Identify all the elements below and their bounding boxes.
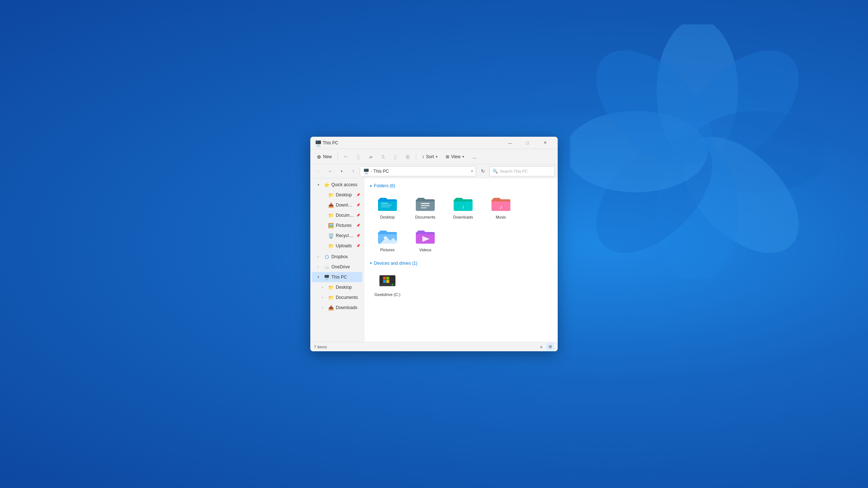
downloads-label: Downloads [336, 203, 354, 208]
new-label: New [323, 154, 332, 159]
downloads-folder-icon: ↓ [454, 195, 473, 212]
list-view-button[interactable]: ≡ [537, 343, 545, 351]
sidebar-item-downloads[interactable]: 📥 Downloads 📌 [312, 200, 362, 210]
up-button[interactable]: ↑ [348, 166, 358, 176]
desktop-folder-label: Desktop [380, 215, 395, 220]
sidebar-item-this-pc-desktop[interactable]: › 📁 Desktop [312, 282, 362, 292]
view-button[interactable]: ⊞ View ▾ [442, 151, 468, 163]
search-icon: 🔍 [493, 169, 498, 174]
chevron-down-icon: ▾ [318, 183, 322, 187]
more-label: ... [472, 154, 477, 160]
svg-text:♪: ♪ [499, 204, 502, 210]
window-icon: 🖥️ [315, 140, 320, 146]
documents-folder-icon: 📁 [328, 212, 334, 218]
folders-grid: Desktop Documents [370, 192, 552, 255]
sidebar-item-this-pc-downloads[interactable]: › 📥 Downloads [312, 303, 362, 313]
sort-button[interactable]: ↕ Sort ▾ [418, 151, 441, 163]
new-button[interactable]: ⊕ New [313, 151, 335, 163]
quick-access-label: Quick access [331, 182, 360, 187]
downloads-folder-label: Downloads [453, 215, 473, 220]
pin-icon: 📌 [356, 244, 360, 248]
pin-icon: 📌 [356, 203, 360, 207]
close-button[interactable]: ✕ [537, 137, 553, 148]
view-controls: ≡ ⊞ [537, 343, 554, 351]
chevron-right-icon: › [318, 265, 322, 269]
drive-c-icon [378, 272, 397, 290]
sidebar-item-quick-access[interactable]: ▾ ⭐ Quick access [312, 180, 362, 190]
music-folder-icon: ♪ [491, 195, 510, 212]
view-icon: ⊞ [446, 154, 449, 159]
svg-rect-13 [421, 207, 427, 208]
content-area: ▾ Folders (6) Desktop [364, 178, 558, 342]
folder-item-downloads[interactable]: ↓ Downloads [446, 192, 481, 222]
grid-view-button[interactable]: ⊞ [546, 343, 554, 351]
svg-rect-8 [381, 203, 388, 204]
delete-button[interactable]: 🗑 [402, 151, 414, 163]
folders-section-header[interactable]: ▾ Folders (6) [370, 183, 552, 188]
drives-grid: Geekdrive (C:) [370, 269, 552, 299]
drive-c-label: Geekdrive (C:) [374, 292, 401, 297]
forward-button[interactable]: → [325, 166, 335, 176]
view-label: View [451, 154, 461, 159]
paste-button[interactable]: ▰ [365, 151, 377, 163]
items-count: 7 items [314, 345, 327, 349]
statusbar: 7 items ≡ ⊞ [310, 342, 558, 351]
devices-section-header[interactable]: ▾ Devices and drives (1) [370, 261, 552, 266]
videos-folder-label: Videos [419, 247, 431, 252]
chevron-right-icon: › [322, 296, 326, 299]
drive-item-c[interactable]: Geekdrive (C:) [370, 269, 405, 299]
sidebar-item-dropbox[interactable]: › ⬡ Dropbox [312, 252, 362, 262]
svg-rect-10 [381, 207, 390, 207]
folder-item-pictures[interactable]: Pictures [370, 225, 405, 255]
onedrive-icon: ☁️ [324, 264, 330, 270]
cut-button[interactable]: ✂ [340, 151, 352, 163]
folder-item-desktop[interactable]: Desktop [370, 192, 405, 222]
more-button[interactable]: ... [469, 151, 480, 163]
copy-button[interactable]: ▯ [353, 151, 364, 163]
chevron-right-icon: › [322, 285, 326, 289]
downloads-folder-icon: 📥 [328, 202, 334, 208]
folders-section-label: Folders (6) [374, 183, 395, 188]
star-icon: ⭐ [324, 182, 330, 188]
sidebar-item-recycle-bin[interactable]: 🗑️ Recycle Bin 📌 [312, 231, 362, 241]
sidebar-item-this-pc-documents[interactable]: › 📁 Documents [312, 292, 362, 303]
refresh-button[interactable]: ↻ [478, 166, 488, 176]
pin-icon: 📌 [356, 213, 360, 217]
svg-text:↓: ↓ [462, 203, 465, 209]
sidebar: ▾ ⭐ Quick access 📁 Desktop 📌 📥 Downloads… [310, 178, 364, 342]
pictures-label: Pictures [336, 223, 354, 228]
documents-icon: 📁 [328, 295, 334, 300]
share-button[interactable]: ⇅ [377, 151, 389, 163]
pictures-folder-icon [378, 228, 397, 245]
folder-item-music[interactable]: ♪ Music [483, 192, 518, 222]
folder-item-documents[interactable]: Documents [408, 192, 443, 222]
folder-item-videos[interactable]: Videos [408, 225, 443, 255]
sidebar-item-this-pc[interactable]: ▾ 🖥️ This PC [312, 272, 362, 282]
maximize-button[interactable]: □ [519, 137, 536, 148]
path-label: This PC [373, 169, 389, 174]
view-chevron-icon: ▾ [462, 155, 464, 159]
sidebar-item-uploads[interactable]: 📁 Uploads 📌 [312, 241, 362, 251]
chevron-right-icon: › [322, 306, 326, 309]
svg-rect-23 [386, 277, 389, 280]
music-folder-label: Music [496, 215, 506, 220]
sidebar-item-desktop[interactable]: 📁 Desktop 📌 [312, 190, 362, 200]
search-box[interactable]: 🔍 Search This PC [489, 166, 555, 176]
sidebar-item-documents[interactable]: 📁 Documents 📌 [312, 210, 362, 220]
chevron-down-icon: ▾ [318, 275, 322, 279]
minimize-button[interactable]: — [502, 137, 518, 148]
chevron-right-icon: › [318, 255, 322, 259]
svg-rect-9 [381, 205, 392, 205]
plus-icon: ⊕ [317, 154, 321, 160]
address-path[interactable]: 🖥️ › This PC ▾ [360, 166, 476, 176]
desktop-label: Desktop [336, 192, 354, 197]
desktop-icon: 📁 [328, 284, 334, 290]
sidebar-item-pictures[interactable]: 🖼️ Pictures 📌 [312, 220, 362, 231]
toolbar-separator [338, 153, 338, 160]
sidebar-item-onedrive[interactable]: › ☁️ OneDrive [312, 262, 362, 272]
recent-button[interactable]: ▾ [337, 166, 347, 176]
window-title: This PC [323, 140, 502, 145]
back-button[interactable]: ← [313, 166, 323, 176]
this-pc-downloads-label: Downloads [336, 305, 360, 310]
rename-button[interactable]: ▯ [390, 151, 401, 163]
